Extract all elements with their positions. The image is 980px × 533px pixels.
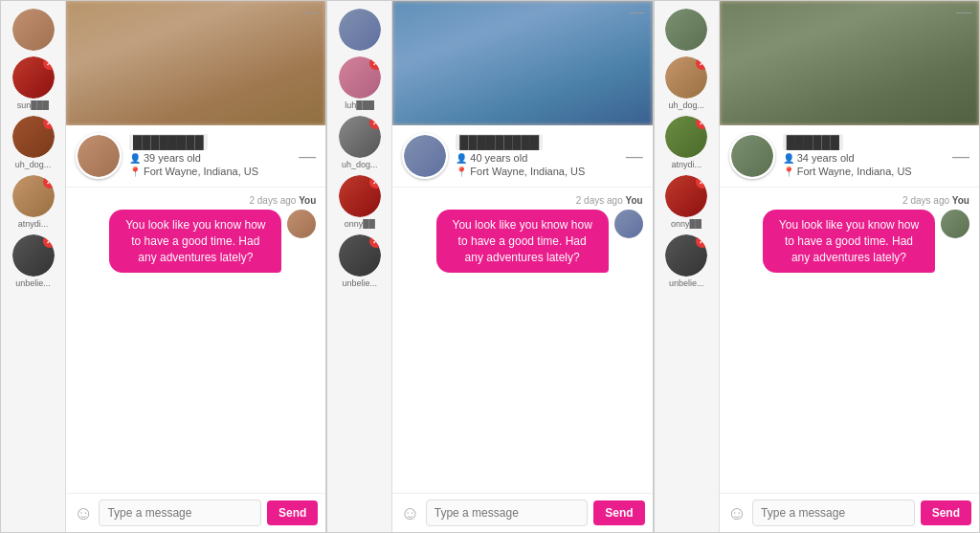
sidebar-item[interactable]: ✕unbelie... [12, 234, 55, 288]
banner-background [392, 1, 652, 125]
message-row: You look like you know how to have a goo… [729, 210, 969, 273]
remove-user-button[interactable]: ✕ [696, 234, 707, 248]
collapse-button[interactable]: — [948, 146, 969, 167]
minimize-button[interactable]: — [956, 5, 971, 20]
user-location: 📍Fort Wayne, Indiana, US [129, 166, 287, 177]
message-avatar [614, 210, 643, 238]
chat-area-2: —█████████👤40 years old📍Fort Wayne, Indi… [392, 1, 652, 532]
messages-area: 2 days ago YouYou look like you know how… [66, 188, 325, 493]
sidebar-username: sun███ [17, 100, 50, 110]
minimize-button[interactable]: — [302, 5, 318, 20]
banner-background [66, 1, 325, 125]
sidebar-username: onny██ [671, 219, 702, 229]
location-text: Fort Wayne, Indiana, US [470, 166, 585, 177]
message-row: You look like you know how to have a goo… [402, 210, 642, 273]
message-meta: 2 days ago You [729, 195, 969, 206]
remove-user-button[interactable]: ✕ [369, 116, 381, 129]
message-row: You look like you know how to have a goo… [76, 210, 316, 273]
message-input[interactable] [426, 500, 589, 526]
message-meta: 2 days ago You [402, 195, 642, 206]
remove-user-button[interactable]: ✕ [696, 56, 707, 70]
sidebar-username: atnydi... [18, 219, 49, 229]
user-age: 👤40 years old [456, 152, 613, 164]
message-bubble: You look like you know how to have a goo… [436, 210, 609, 273]
remove-user-button[interactable]: ✕ [369, 175, 381, 189]
location-text: Fort Wayne, Indiana, US [797, 166, 912, 177]
user-info-row: ████████👤39 years old📍Fort Wayne, Indian… [66, 125, 325, 188]
sidebar-main-user[interactable] [665, 9, 707, 51]
send-button[interactable]: Send [267, 500, 318, 525]
banner-background [720, 1, 979, 125]
sender-label: You [626, 195, 643, 206]
sidebar-item[interactable]: ✕onny██ [339, 175, 381, 229]
message-bubble: You look like you know how to have a goo… [109, 210, 281, 273]
avatar [402, 133, 448, 179]
user-age: 👤39 years old [129, 152, 287, 164]
sidebar-item[interactable]: ✕uh_dog... [12, 116, 55, 169]
remove-user-button[interactable]: ✕ [43, 116, 55, 129]
profile-banner: — [66, 1, 325, 125]
sidebar-item[interactable]: ✕unbelie... [339, 234, 381, 288]
sidebar-item[interactable]: ✕luh███ [339, 56, 381, 110]
collapse-button[interactable]: — [622, 146, 643, 167]
remove-user-button[interactable]: ✕ [43, 56, 55, 70]
messages-area: 2 days ago YouYou look like you know how… [392, 188, 652, 493]
sidebar-item[interactable]: ✕unbelie... [665, 234, 707, 288]
sender-label: You [299, 195, 316, 206]
location-icon: 📍 [456, 167, 467, 177]
minimize-button[interactable]: — [630, 5, 645, 20]
sidebar-item[interactable]: ✕uh_dog... [339, 116, 381, 169]
message-meta: 2 days ago You [76, 195, 316, 206]
avatar [729, 133, 775, 179]
username: ██████ [783, 134, 843, 150]
sidebar-item[interactable]: ✕sun███ [12, 56, 55, 110]
collapse-button[interactable]: — [295, 146, 316, 167]
send-button[interactable]: Send [921, 500, 971, 525]
sidebar-item[interactable]: ✕atnydi... [12, 175, 55, 229]
sidebar-username: unbelie... [15, 278, 51, 288]
sidebar-username: uh_dog... [342, 160, 378, 169]
sidebar-username: unbelie... [343, 278, 378, 288]
send-button[interactable]: Send [593, 500, 644, 525]
emoji-button[interactable]: ☺ [74, 502, 93, 524]
sidebar-1: ✕sun███✕uh_dog...✕atnydi...✕unbelie... [1, 1, 66, 532]
person-icon: 👤 [783, 153, 794, 164]
sidebar-item[interactable]: ✕atnydi... [665, 116, 707, 169]
sidebar-username: unbelie... [669, 278, 704, 288]
input-area: ☺Send [720, 493, 979, 532]
user-age: 👤34 years old [783, 152, 941, 164]
emoji-button[interactable]: ☺ [727, 502, 746, 524]
age-text: 40 years old [470, 152, 527, 164]
user-location: 📍Fort Wayne, Indiana, US [783, 166, 941, 177]
remove-user-button[interactable]: ✕ [696, 116, 707, 129]
person-icon: 👤 [129, 153, 141, 164]
sender-label: You [952, 195, 969, 206]
message-avatar [287, 210, 316, 238]
sidebar-item[interactable]: ✕uh_dog... [665, 56, 707, 110]
remove-user-button[interactable]: ✕ [696, 175, 707, 189]
username: ████████ [129, 134, 208, 150]
input-area: ☺Send [392, 493, 652, 532]
remove-user-button[interactable]: ✕ [369, 56, 381, 70]
message-input[interactable] [752, 500, 915, 526]
location-text: Fort Wayne, Indiana, US [144, 166, 258, 177]
messages-area: 2 days ago YouYou look like you know how… [720, 188, 979, 493]
chat-panel-2: ✕luh███✕uh_dog...✕onny██✕unbelie...—████… [326, 0, 653, 533]
sidebar-item[interactable]: ✕onny██ [665, 175, 707, 229]
emoji-button[interactable]: ☺ [400, 502, 419, 524]
chat-panel-3: ✕uh_dog...✕atnydi...✕onny██✕unbelie...—█… [654, 0, 980, 533]
remove-user-button[interactable]: ✕ [369, 234, 381, 248]
age-text: 39 years old [144, 152, 201, 164]
remove-user-button[interactable]: ✕ [43, 175, 55, 189]
chat-area-3: —██████👤34 years old📍Fort Wayne, Indiana… [720, 1, 979, 532]
user-details: ████████👤39 years old📍Fort Wayne, Indian… [129, 133, 287, 177]
sidebar-main-user[interactable] [339, 9, 381, 51]
sidebar-username: atnydi... [671, 160, 702, 169]
user-details: █████████👤40 years old📍Fort Wayne, India… [456, 133, 613, 177]
chat-area-1: —████████👤39 years old📍Fort Wayne, India… [66, 1, 325, 532]
profile-banner: — [720, 1, 979, 125]
user-location: 📍Fort Wayne, Indiana, US [456, 166, 613, 177]
remove-user-button[interactable]: ✕ [43, 234, 55, 248]
message-input[interactable] [99, 500, 261, 526]
sidebar-main-user[interactable] [12, 9, 55, 51]
